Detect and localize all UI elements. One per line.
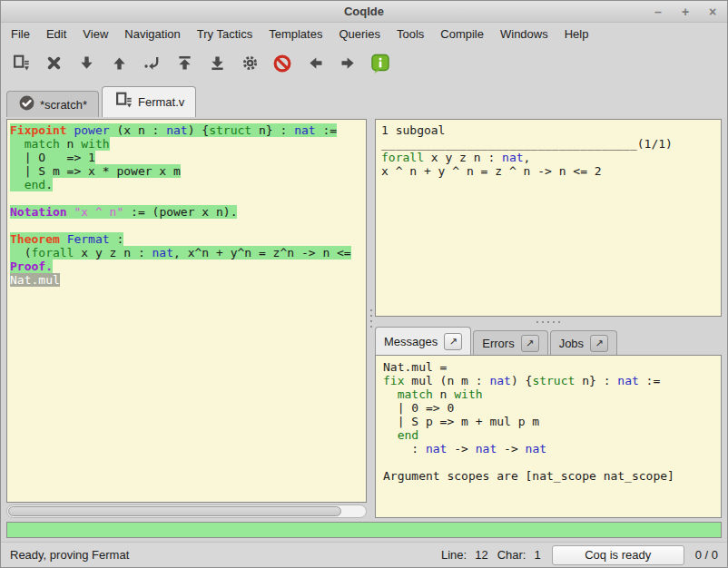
- minimize-button[interactable]: –: [651, 2, 665, 22]
- info-bubble-icon: [369, 53, 391, 77]
- make-button[interactable]: [233, 49, 266, 80]
- close-button[interactable]: ×: [705, 2, 720, 22]
- code-line: [10, 219, 364, 232]
- menu-try-tactics[interactable]: Try Tactics: [189, 24, 261, 44]
- code-line: match n with: [383, 387, 721, 401]
- progress-area: [1, 518, 727, 542]
- code-line: x ^ n + y ^ n = z ^ n -> n <= 2: [381, 164, 721, 178]
- forward-one-command-button[interactable]: [70, 49, 103, 80]
- menu-edit[interactable]: Edit: [38, 24, 74, 44]
- goal-counter: 0 / 0: [695, 548, 718, 562]
- code-line: Notation "x ^ n" := (power x n).: [10, 205, 364, 219]
- code-line: Fixpoint power (x n : nat) {struct n} : …: [10, 123, 364, 137]
- code-line: end.: [10, 178, 364, 191]
- char-label: Char:: [497, 548, 526, 562]
- window-controls: –+×: [651, 2, 720, 22]
- coq-status-button[interactable]: Coq is ready: [552, 545, 684, 565]
- code-line: match n with: [10, 137, 364, 151]
- previous-button[interactable]: [299, 49, 331, 80]
- close-icon: [44, 54, 64, 75]
- detach-icon[interactable]: ↗: [590, 335, 608, 352]
- tab-messages[interactable]: Messages↗: [375, 327, 471, 355]
- code-line: Theorem Fermat :: [10, 232, 364, 246]
- scrollbar-thumb[interactable]: [8, 506, 341, 516]
- tab-fermat-v[interactable]: Fermat.v: [102, 86, 196, 117]
- go-to-cursor-button[interactable]: [135, 49, 168, 80]
- tab-scratch[interactable]: *scratch*: [6, 91, 99, 117]
- code-line: ____________________________________(1/1…: [381, 137, 721, 151]
- code-line: Argument scopes are [nat_scope nat_scope…: [383, 469, 721, 483]
- maximize-button[interactable]: +: [678, 2, 693, 22]
- horizontal-scrollbar[interactable]: [6, 504, 367, 518]
- menu-tools[interactable]: Tools: [389, 24, 432, 44]
- code-line: Nat.mul =: [383, 360, 721, 374]
- detach-icon[interactable]: ↗: [521, 335, 539, 352]
- messages-pane: Nat.mul =fix mul (n m : nat) {struct n} …: [375, 355, 722, 518]
- arrow-up-icon: [110, 54, 129, 75]
- arrow-right-icon: [339, 54, 358, 75]
- no-entry-icon: [272, 54, 292, 76]
- menu-navigation[interactable]: Navigation: [116, 24, 188, 44]
- curve-arrow-icon: [143, 54, 162, 75]
- menu-view[interactable]: View: [74, 24, 116, 44]
- save-button[interactable]: [5, 49, 37, 80]
- messages-tabbar: Messages↗Errors↗Jobs↗: [375, 327, 722, 355]
- menu-queries[interactable]: Queries: [330, 24, 389, 44]
- code-line: | O => 1: [10, 151, 364, 164]
- status-right: Line: 12 Char: 1 Coq is ready 0 / 0: [432, 545, 718, 565]
- window-title: CoqIde: [1, 5, 727, 18]
- coqide-window: CoqIde –+× FileEditViewNavigationTry Tac…: [0, 0, 728, 568]
- go-to-end-button[interactable]: [201, 49, 233, 80]
- code-line: 1 subgoal: [381, 123, 721, 137]
- menu-compile[interactable]: Compile: [432, 24, 492, 44]
- code-line: | 0 => 0: [383, 401, 721, 415]
- detach-icon[interactable]: ↗: [444, 333, 462, 350]
- restart-button[interactable]: [168, 49, 201, 80]
- arrow-down-bar-icon: [208, 54, 227, 75]
- tab-label: Jobs: [559, 337, 584, 350]
- code-line: fix mul (n m : nat) {struct n} : nat :=: [383, 374, 721, 387]
- interrupt-button[interactable]: [266, 49, 299, 80]
- titlebar[interactable]: CoqIde –+×: [1, 1, 727, 23]
- code-line: (forall x y z n : nat, x^n + y^n = z^n -…: [10, 246, 364, 260]
- menu-windows[interactable]: Windows: [492, 24, 556, 44]
- tab-label: *scratch*: [40, 98, 87, 112]
- menu-help[interactable]: Help: [556, 24, 597, 44]
- code-line: [383, 455, 721, 469]
- code-line: forall x y z n : nat,: [381, 151, 721, 164]
- messages-notebook: Messages↗Errors↗Jobs↗ Nat.mul =fix mul (…: [375, 327, 722, 518]
- char-value: 1: [534, 548, 540, 562]
- status-message: Ready, proving Fermat: [10, 548, 432, 562]
- menubar: FileEditViewNavigationTry TacticsTemplat…: [1, 23, 727, 44]
- code-line: : nat -> nat -> nat: [383, 442, 721, 455]
- script-editor[interactable]: Fixpoint power (x n : nat) {struct n} : …: [6, 119, 367, 503]
- toolbar: [1, 44, 727, 84]
- progress-bar: [6, 522, 722, 538]
- code-line: end: [383, 428, 721, 442]
- arrow-down-icon: [77, 54, 96, 75]
- tab-label: Errors: [482, 337, 514, 350]
- goal-pane: 1 subgoal_______________________________…: [375, 119, 722, 317]
- code-line: | S p => m + mul p m: [383, 415, 721, 428]
- tab-jobs[interactable]: Jobs↗: [550, 330, 617, 355]
- script-pane: Fixpoint power (x n : nat) {struct n} : …: [6, 119, 367, 518]
- code-line: [10, 191, 364, 205]
- code-line: Nat.mul: [10, 273, 364, 287]
- code-line: Proof.: [10, 260, 364, 273]
- horizontal-splitter[interactable]: [375, 317, 722, 327]
- code-line: | S m => x * power x m: [10, 164, 364, 178]
- doc-down-icon: [113, 91, 133, 114]
- vertical-splitter[interactable]: [367, 119, 375, 518]
- next-button[interactable]: [331, 49, 364, 80]
- backward-one-command-button[interactable]: [103, 49, 135, 80]
- menu-templates[interactable]: Templates: [261, 24, 330, 44]
- file-tabbar: *scratch*Fermat.v: [1, 84, 727, 117]
- about-button[interactable]: [364, 49, 397, 80]
- close-buffer-button[interactable]: [37, 49, 70, 80]
- main-split: Fixpoint power (x n : nat) {struct n} : …: [1, 117, 727, 518]
- check-circle-icon: [18, 94, 35, 115]
- line-value: 12: [475, 548, 487, 562]
- tab-errors[interactable]: Errors↗: [473, 330, 547, 355]
- arrow-up-bar-icon: [175, 54, 194, 75]
- menu-file[interactable]: File: [3, 24, 38, 44]
